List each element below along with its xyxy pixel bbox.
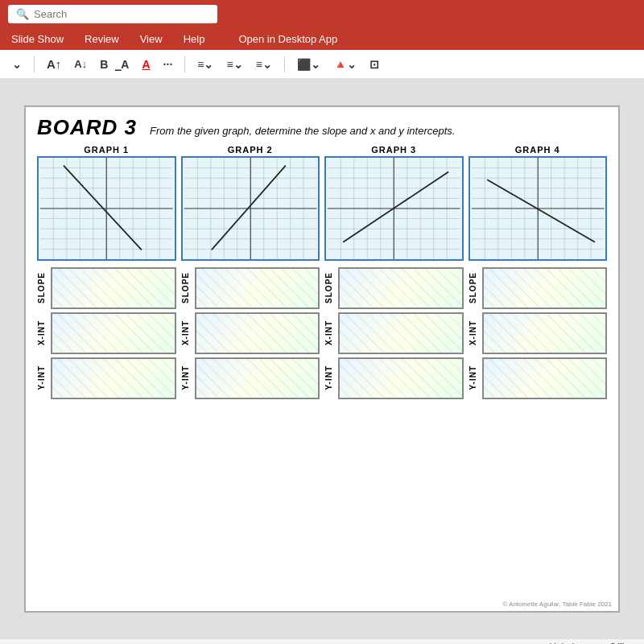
graph-3-box	[324, 156, 464, 261]
answer-section: Slope X-INT Y-INT Slope	[37, 267, 607, 399]
answer-row-slope-3: Slope	[324, 267, 464, 309]
graph-col-1: Graph 1	[37, 145, 176, 261]
graph-2-label: Graph 2	[228, 145, 273, 155]
answer-row-yint-2: Y-INT	[181, 357, 320, 399]
copyright-text: © Antoinette Aguilar, Table Fable 2021	[502, 601, 612, 608]
font-size-increase-button[interactable]: A↑	[43, 56, 65, 72]
yint-label-4: Y-INT	[469, 365, 480, 390]
slope-box-1[interactable]	[51, 267, 176, 309]
xint-label-2: X-INT	[181, 320, 192, 345]
xint-box-1[interactable]	[51, 312, 176, 354]
slope-label-3: Slope	[324, 272, 336, 303]
answer-col-2: Slope X-INT Y-INT	[181, 267, 320, 399]
board-title: BOARD 3	[37, 115, 137, 140]
yint-box-3[interactable]	[338, 357, 464, 399]
xint-box-2[interactable]	[195, 312, 320, 354]
graph-2-box	[181, 156, 320, 261]
yint-box-4[interactable]	[482, 357, 608, 399]
xint-label-4: X-INT	[469, 320, 480, 345]
xint-box-4[interactable]	[482, 312, 608, 354]
indent-button[interactable]: ≡⌄	[222, 56, 246, 72]
answer-col-1: Slope X-INT Y-INT	[37, 267, 176, 399]
svg-line-83	[487, 180, 595, 242]
graph-1-svg	[39, 158, 175, 259]
answer-row-xint-1: X-INT	[37, 312, 176, 354]
xint-label-1: X-INT	[37, 320, 48, 345]
graph-1-box	[37, 156, 176, 261]
list-button[interactable]: ≡⌄	[193, 56, 217, 72]
answer-row-xint-4: X-INT	[469, 312, 608, 354]
title-bar: 🔍	[0, 0, 644, 28]
slope-box-2[interactable]	[195, 267, 320, 309]
graph-3-svg	[326, 158, 462, 259]
graph-col-3: Graph 3	[324, 145, 464, 261]
toolbar: ⌄ A↑ A↓ B ̲A A ··· ≡⌄ ≡⌄ ≡⌄ ⬛⌄ 🔺⌄ ⊡	[0, 50, 644, 79]
yint-label-2: Y-INT	[181, 365, 192, 390]
answer-row-xint-2: X-INT	[181, 312, 320, 354]
more-button[interactable]: ···	[159, 56, 177, 72]
answer-row-yint-3: Y-INT	[324, 357, 464, 399]
slope-label-2: Slope	[181, 272, 192, 303]
help-bar: Help Improve Office	[0, 638, 644, 644]
color-fill-button[interactable]: 🔺⌄	[329, 56, 361, 72]
yint-label-1: Y-INT	[37, 365, 48, 390]
menu-item-view[interactable]: View	[137, 31, 166, 47]
search-input[interactable]	[34, 8, 195, 20]
slope-box-4[interactable]	[482, 267, 608, 309]
graph-2-svg	[183, 158, 319, 259]
graphs-row: Graph 1	[37, 145, 607, 261]
search-box[interactable]: 🔍	[8, 5, 217, 23]
shape-button[interactable]: ⬛⌄	[293, 56, 324, 72]
graph-4-box	[469, 156, 608, 261]
toolbar-separator-3	[284, 56, 285, 72]
slope-label-4: Slope	[469, 272, 480, 303]
yint-box-2[interactable]	[195, 357, 320, 399]
xint-box-3[interactable]	[338, 312, 464, 354]
bold-button[interactable]: B	[96, 56, 112, 72]
graph-4-label: Graph 4	[515, 145, 560, 155]
answer-row-xint-3: X-INT	[324, 312, 464, 354]
underline-color-button[interactable]: ̲A	[117, 56, 133, 72]
board-instruction: From the given graph, determine the slop…	[150, 125, 455, 137]
answer-col-3: Slope X-INT Y-INT	[324, 267, 464, 399]
answer-row-slope-2: Slope	[181, 267, 320, 309]
crop-button[interactable]: ⊡	[365, 56, 383, 72]
answer-row-yint-4: Y-INT	[469, 357, 608, 399]
slope-label-1: Slope	[37, 272, 48, 303]
main-content: BOARD 3 From the given graph, determine …	[0, 79, 644, 638]
toolbar-separator-1	[34, 56, 35, 72]
yint-label-3: Y-INT	[324, 365, 336, 390]
slope-box-3[interactable]	[338, 267, 464, 309]
font-color-button[interactable]: A	[138, 56, 154, 72]
graph-1-label: Graph 1	[84, 145, 129, 155]
font-size-decrease-button[interactable]: A↓	[70, 56, 91, 72]
undo-button[interactable]: ⌄	[8, 56, 26, 72]
answer-col-4: Slope X-INT Y-INT	[469, 267, 608, 399]
align-button[interactable]: ≡⌄	[252, 56, 276, 72]
menu-open-desktop-app[interactable]: Open in Desktop App	[238, 33, 337, 45]
graph-4-svg	[470, 158, 606, 259]
graph-3-label: Graph 3	[371, 145, 416, 155]
slide: BOARD 3 From the given graph, determine …	[24, 105, 620, 613]
menu-item-help[interactable]: Help	[180, 31, 208, 47]
search-icon: 🔍	[16, 8, 29, 20]
menu-item-review[interactable]: Review	[81, 31, 122, 47]
graph-col-4: Graph 4	[469, 145, 608, 261]
xint-label-3: X-INT	[324, 320, 336, 345]
answer-row-slope-1: Slope	[37, 267, 176, 309]
board-header: BOARD 3 From the given graph, determine …	[37, 115, 607, 140]
menu-bar: Slide Show Review View Help Open in Desk…	[0, 28, 644, 50]
answer-row-yint-1: Y-INT	[37, 357, 176, 399]
yint-box-1[interactable]	[51, 357, 176, 399]
answer-row-slope-4: Slope	[469, 267, 608, 309]
toolbar-separator-2	[184, 56, 185, 72]
graph-col-2: Graph 2	[181, 145, 320, 261]
svg-line-62	[343, 171, 448, 242]
menu-item-slideshow[interactable]: Slide Show	[8, 31, 67, 47]
